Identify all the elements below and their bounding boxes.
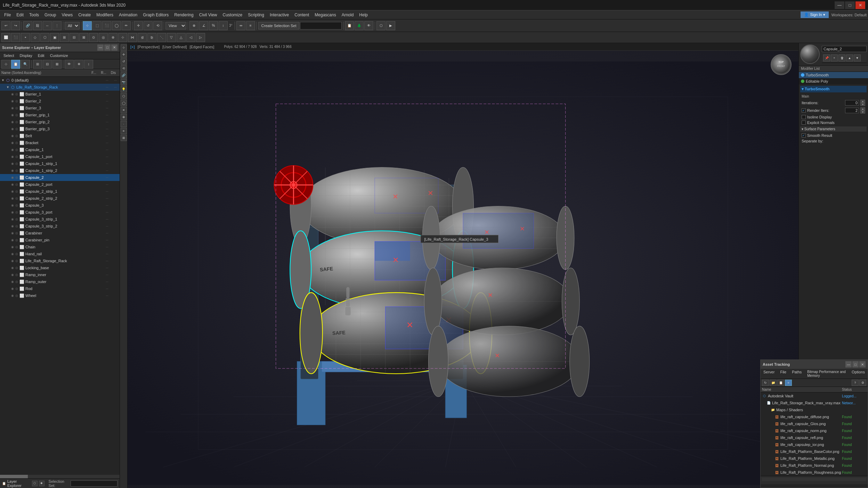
move-button[interactable]: ✛ [134, 21, 143, 30]
tb2-btn-4[interactable]: ◇ [31, 33, 40, 42]
menu-interactive[interactable]: Interactive [267, 12, 292, 18]
asset-menu-paths[interactable]: Paths [789, 369, 804, 379]
filter-dropdown[interactable]: All [65, 22, 80, 30]
panel-minimize-btn[interactable]: — [97, 44, 104, 51]
asset-row-roughness[interactable]: 🖼 Life_Raft_Platform_Roughness.png Found [761, 469, 868, 476]
eye-icon-lfrack[interactable]: ◉ [11, 259, 15, 263]
asset-tb-view[interactable]: 📋 [777, 380, 784, 386]
menu-modifiers[interactable]: Modifiers [94, 12, 116, 18]
tb2-btn-7[interactable]: ⊞ [60, 33, 69, 42]
minimize-button[interactable]: — [835, 1, 844, 9]
explorer-sort-btn[interactable]: ↕ [84, 60, 93, 69]
tree-item-capsule2_strip2[interactable]: ◉◎⬜Capsule_2_strip_2··· [0, 195, 120, 202]
visibility-icon-capsule3_strip1[interactable]: ◎ [15, 217, 19, 221]
eye-icon-barrier2[interactable]: ◉ [11, 99, 15, 103]
tb2-btn-13[interactable]: ⊹ [118, 33, 127, 42]
render-iters-checkbox[interactable] [802, 108, 806, 113]
asset-tb-help[interactable]: ? [852, 380, 859, 386]
align-button[interactable]: ≡ [246, 21, 255, 30]
tb2-btn-17[interactable]: ⋱ [157, 33, 166, 42]
mod-tb-new[interactable]: + [831, 55, 838, 61]
visibility-icon-capsule3_strip2[interactable]: ◎ [15, 224, 19, 228]
eye-icon-capsule2_strip1[interactable]: ◉ [11, 190, 15, 193]
tb2-btn-2[interactable]: ⬛ [11, 33, 20, 42]
visibility-icon-lfrack[interactable]: ◎ [15, 259, 19, 263]
link-button[interactable]: 🔗 [23, 21, 32, 30]
tb2-btn-16[interactable]: ⊵ [147, 33, 156, 42]
eye-icon-capsule2_strip2[interactable]: ◉ [11, 197, 15, 200]
toggle-layer0[interactable]: ▼ [1, 78, 6, 82]
eye-icon-capsule1_port[interactable]: ◉ [11, 155, 15, 158]
tree-item-capsule2[interactable]: ◉◎⬜Capsule_2··· [0, 174, 120, 181]
visibility-icon-locking_base[interactable]: ◎ [15, 266, 19, 270]
quick-render-button[interactable]: ▶ [386, 21, 395, 30]
view-dropdown[interactable]: View [165, 22, 186, 30]
tree-item-locking_base[interactable]: ◉◎⬜Locking_base··· [0, 264, 120, 271]
tree-item-rod[interactable]: ◉◎⬜Rod··· [0, 285, 120, 292]
vtb-shape[interactable]: ◯ [121, 100, 127, 106]
visibility-icon-barrier_grip3[interactable]: ◎ [15, 127, 19, 131]
visibility-icon-barrier2[interactable]: ◎ [15, 99, 19, 103]
unlink-button[interactable]: ⛓ [33, 21, 42, 30]
asset-row-metallic[interactable]: 🖼 Life_Raft_Platform_Metallic.png Found [761, 455, 868, 462]
iterations-input[interactable] [845, 100, 859, 106]
explorer-scrollbar-h[interactable] [0, 475, 120, 478]
tb2-btn-15[interactable]: ⊴ [138, 33, 147, 42]
panel-close-btn[interactable]: ✕ [111, 44, 117, 51]
eye-icon-capsule3_strip2[interactable]: ◉ [11, 224, 15, 228]
menu-graph-editors[interactable]: Graph Editors [140, 12, 171, 18]
menu-edit[interactable]: Edit [14, 12, 26, 18]
close-button[interactable]: ✕ [855, 1, 865, 9]
eye-icon-belt[interactable]: ◉ [11, 134, 15, 138]
explorer-hide-btn[interactable]: 👁 [65, 60, 74, 69]
visibility-icon-barrier1[interactable]: ◎ [15, 92, 19, 96]
vtb-light[interactable]: 💡 [121, 86, 127, 92]
menu-scripting[interactable]: Scripting [245, 12, 267, 18]
asset-row-glos[interactable]: 🖼 life_raft_capsule_Glos.png Found [761, 420, 868, 427]
explorer-menu-select[interactable]: Select [1, 53, 16, 58]
visibility-icon-carabiner_pin[interactable]: ◎ [15, 238, 19, 242]
asset-tb-browse[interactable]: 📁 [770, 380, 777, 386]
tb2-btn-18[interactable]: ▽ [167, 33, 176, 42]
visibility-icon-barrier_grip1[interactable]: ◎ [15, 113, 19, 117]
mod-tb-delete[interactable]: 🗑 [838, 55, 845, 61]
visibility-icon-capsule2[interactable]: ◎ [15, 176, 19, 179]
visibility-icon-capsule2_strip1[interactable]: ◎ [15, 190, 19, 193]
viewport-user-defined[interactable]: [User Defined] [162, 45, 187, 49]
asset-row-max-file[interactable]: 📄 Life_Raft_Storage_Rack_max_vray.max Ne… [761, 399, 868, 406]
render-iters-down[interactable]: ▼ [860, 110, 865, 114]
menu-animation[interactable]: Animation [116, 12, 140, 18]
eye-icon-barrier_grip3[interactable]: ◉ [11, 127, 15, 131]
tree-item-belt[interactable]: ◉◎⬜Belt··· [0, 132, 120, 139]
tb2-btn-6[interactable]: ▣ [50, 33, 59, 42]
tb2-btn-10[interactable]: ⊙ [89, 33, 98, 42]
vtb-link[interactable]: 🔗 [121, 72, 127, 78]
asset-row-diffuse[interactable]: 🖼 life_raft_capsule_diffuse.png Found [761, 413, 868, 420]
visibility-icon-capsule3[interactable]: ◎ [15, 204, 19, 207]
tree-item-capsule3_strip1[interactable]: ◉◎⬜Capsule_3_strip_1··· [0, 216, 120, 223]
vtb-xref[interactable]: ⊞ [121, 135, 127, 141]
asset-menu-bitmap[interactable]: Bitmap Performance and Memory [804, 369, 849, 379]
eye-icon-barrier_grip1[interactable]: ◉ [11, 113, 15, 117]
tree-item-ramp_outer[interactable]: ◉◎⬜Ramp_outer··· [0, 278, 120, 285]
mod-tb-move-up[interactable]: ▲ [846, 55, 853, 61]
eye-icon-capsule2[interactable]: ◉ [11, 176, 15, 179]
menu-tools[interactable]: Tools [26, 12, 42, 18]
visibility-icon-wheel[interactable]: ◎ [15, 294, 19, 297]
vtb-particle[interactable]: · [121, 121, 127, 127]
tree-item-capsule3[interactable]: ◉◎⬜Capsule_3··· [0, 202, 120, 209]
tree-item-capsule2_strip1[interactable]: ◉◎⬜Capsule_2_strip_1··· [0, 188, 120, 195]
footer-btn2[interactable]: ✱ [39, 481, 44, 486]
asset-scrollbar[interactable] [762, 478, 866, 481]
eye-icon-capsule3[interactable]: ◉ [11, 204, 15, 207]
hierarchy-button[interactable]: ⋮ [52, 21, 62, 30]
mirror-button[interactable]: ⇔ [236, 21, 245, 30]
visibility-icon-capsule2_strip2[interactable]: ◎ [15, 197, 19, 200]
menu-customize[interactable]: Customize [220, 12, 245, 18]
maximize-button[interactable]: □ [845, 1, 855, 9]
eye-icon-ramp_inner[interactable]: ◉ [11, 273, 15, 276]
tree-item-bracket[interactable]: ◉◎⬜Bracket··· [0, 139, 120, 146]
redo-button[interactable]: ↪ [11, 21, 20, 30]
visibility-icon-ramp_outer[interactable]: ◎ [15, 280, 19, 283]
asset-tree[interactable]: ⬡ Autodesk Vault Logged... 📄 Life_Raft_S… [761, 392, 868, 476]
